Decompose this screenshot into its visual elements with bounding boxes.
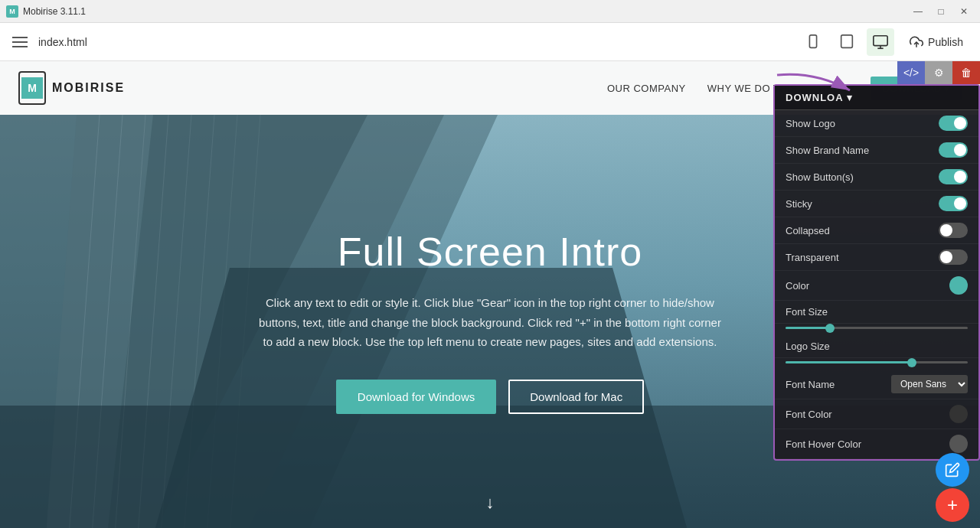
color-label: Color xyxy=(786,280,809,292)
hero-buttons: Download for Windows Download for Mac xyxy=(253,380,727,414)
font-hover-color-swatch[interactable] xyxy=(949,435,968,453)
hero-subtitle: Click any text to edit or style it. Clic… xyxy=(253,293,727,352)
logo-size-label: Logo Size xyxy=(786,341,830,352)
sticky-toggle[interactable] xyxy=(939,196,968,211)
show-buttons-label: Show Button(s) xyxy=(786,171,854,183)
site-logo: M MOBIRISE xyxy=(18,71,125,105)
code-edit-button[interactable]: </> xyxy=(897,61,925,84)
font-size-row: Font Size xyxy=(775,301,978,324)
close-button[interactable]: ✕ xyxy=(954,3,974,20)
device-toolbar xyxy=(799,28,894,56)
font-hover-color-label: Font Hover Color xyxy=(786,438,861,450)
collapsed-label: Collapsed xyxy=(786,225,830,236)
publish-button[interactable]: Publish xyxy=(902,31,971,54)
font-size-label: Font Size xyxy=(786,306,828,318)
show-logo-label: Show Logo xyxy=(786,118,835,129)
menu-line xyxy=(12,41,28,43)
gear-edit-button[interactable]: ⚙ xyxy=(925,61,952,84)
font-color-swatch[interactable] xyxy=(949,405,968,423)
main-area: M MOBIRISE OUR COMPANY WHY WE DO THIS HE… xyxy=(0,61,980,528)
toggle-knob xyxy=(954,171,966,183)
desktop-view-button[interactable] xyxy=(867,28,894,56)
transparent-label: Transparent xyxy=(786,252,839,263)
transparent-toggle[interactable] xyxy=(939,249,968,265)
font-size-slider[interactable] xyxy=(786,327,968,329)
svg-rect-0 xyxy=(809,34,816,47)
toggle-knob xyxy=(954,197,966,210)
show-logo-toggle[interactable] xyxy=(939,116,968,131)
publish-label: Publish xyxy=(928,36,963,48)
show-brand-label: Show Brand Name xyxy=(786,145,869,156)
fab-add-button[interactable]: + xyxy=(936,488,969,522)
collapsed-row: Collapsed xyxy=(775,217,978,244)
desktop-icon xyxy=(872,34,889,51)
titlebar: M Mobirise 3.11.1 — □ ✕ xyxy=(0,0,980,23)
tablet-icon xyxy=(838,34,855,51)
toolbar: index.html xyxy=(0,23,980,61)
logo-letter: M xyxy=(21,77,43,99)
logo-text: MOBIRISE xyxy=(52,81,125,95)
menu-line xyxy=(12,37,28,38)
trash-icon: 🗑 xyxy=(961,67,972,79)
download-mac-button[interactable]: Download for Mac xyxy=(508,380,644,414)
logo-size-row: Logo Size xyxy=(775,335,978,358)
delete-edit-button[interactable]: 🗑 xyxy=(952,61,980,84)
titlebar-left: M Mobirise 3.11.1 xyxy=(6,5,86,18)
font-size-slider-row xyxy=(775,324,978,335)
fab-edit-button[interactable] xyxy=(936,453,969,487)
site-preview: M MOBIRISE OUR COMPANY WHY WE DO THIS HE… xyxy=(0,61,980,528)
sticky-row: Sticky xyxy=(775,191,978,217)
logo-size-slider[interactable] xyxy=(786,361,968,363)
font-color-row: Font Color xyxy=(775,399,978,429)
logo-size-slider-row xyxy=(775,358,978,370)
show-buttons-toggle[interactable] xyxy=(939,169,968,184)
settings-panel-header: DOWNLOA ▾ xyxy=(775,86,978,110)
mobile-icon xyxy=(805,34,822,51)
color-swatch[interactable] xyxy=(949,276,968,295)
font-color-label: Font Color xyxy=(786,409,832,420)
show-brand-row: Show Brand Name xyxy=(775,137,978,164)
filename-label: index.html xyxy=(38,36,792,48)
font-name-label: Font Name xyxy=(786,379,835,390)
publish-icon xyxy=(910,35,923,49)
slider-fill xyxy=(786,327,831,329)
slider-thumb[interactable] xyxy=(907,358,916,367)
plus-icon: + xyxy=(947,496,958,514)
svg-rect-4 xyxy=(874,35,887,45)
toggle-knob xyxy=(940,224,952,236)
show-brand-toggle[interactable] xyxy=(939,142,968,158)
hero-title: Full Screen Intro xyxy=(253,229,727,275)
transparent-row: Transparent xyxy=(775,244,978,271)
hero-content: Full Screen Intro Click any text to edit… xyxy=(253,229,727,414)
logo-icon-container: M xyxy=(18,71,46,105)
toggle-knob xyxy=(954,144,966,156)
show-buttons-row: Show Button(s) xyxy=(775,164,978,191)
tablet-view-button[interactable] xyxy=(833,28,861,56)
slider-fill xyxy=(786,361,913,363)
nav-company[interactable]: OUR COMPANY xyxy=(607,83,686,94)
app-icon: M xyxy=(6,5,18,18)
titlebar-controls: — □ ✕ xyxy=(908,3,974,20)
app-title: Mobirise 3.11.1 xyxy=(23,6,86,17)
menu-button[interactable] xyxy=(9,31,31,53)
maximize-button[interactable]: □ xyxy=(931,3,951,20)
edit-buttons: </> ⚙ 🗑 xyxy=(897,61,980,84)
font-name-row: Font Name Open Sans Roboto Lato xyxy=(775,370,978,399)
toggle-knob xyxy=(940,251,952,263)
minimize-button[interactable]: — xyxy=(908,3,928,20)
sticky-label: Sticky xyxy=(786,198,812,210)
menu-line xyxy=(12,46,28,47)
mobile-view-button[interactable] xyxy=(799,28,827,56)
collapsed-toggle[interactable] xyxy=(939,223,968,238)
slider-thumb[interactable] xyxy=(825,324,835,333)
color-row: Color xyxy=(775,271,978,301)
svg-rect-2 xyxy=(841,34,853,47)
settings-panel: DOWNLOA ▾ Show Logo Show Brand Name Show… xyxy=(773,84,980,461)
toggle-knob xyxy=(954,117,966,129)
show-logo-row: Show Logo xyxy=(775,110,978,137)
pencil-icon xyxy=(945,462,960,477)
scroll-down-arrow: ↓ xyxy=(486,493,495,513)
font-name-select[interactable]: Open Sans Roboto Lato xyxy=(891,375,968,393)
gear-icon: ⚙ xyxy=(934,67,944,79)
download-windows-button[interactable]: Download for Windows xyxy=(336,380,496,414)
